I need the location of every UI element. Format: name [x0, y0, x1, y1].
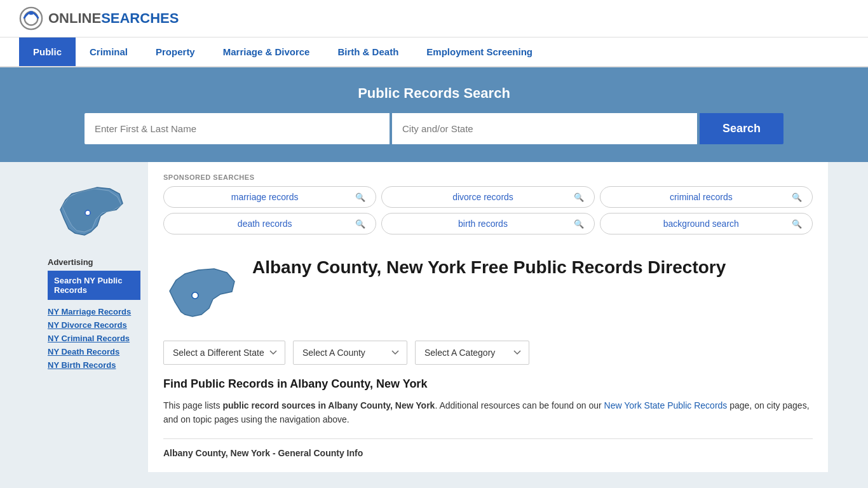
search-button[interactable]: Search	[700, 113, 783, 144]
sidebar-link-criminal[interactable]: NY Criminal Records	[48, 332, 140, 345]
search-icon-1: 🔍	[355, 193, 365, 202]
state-map-sidebar	[53, 175, 135, 245]
search-icon-6: 🔍	[792, 219, 802, 229]
logo-text: ONLINESEARCHES	[48, 10, 179, 27]
nav-employment[interactable]: Employment Screening	[412, 37, 546, 66]
tag-background-search[interactable]: background search 🔍	[600, 213, 813, 234]
sidebar-link-birth[interactable]: NY Birth Records	[48, 358, 140, 372]
nav-property[interactable]: Property	[142, 37, 209, 66]
section-info-title: Albany County, New York - General County…	[163, 448, 813, 458]
tag-criminal-records[interactable]: criminal records 🔍	[600, 186, 813, 208]
state-dropdown[interactable]: Select a Different State	[163, 341, 285, 365]
desc-part1: This page lists	[163, 400, 222, 410]
nav-marriage-divorce[interactable]: Marriage & Divorce	[209, 37, 324, 66]
main-nav: Public Criminal Property Marriage & Divo…	[0, 37, 868, 67]
find-records-title: Find Public Records in Albany County, Ne…	[163, 377, 813, 391]
svg-point-0	[20, 8, 42, 29]
search-banner-title: Public Records Search	[19, 85, 849, 102]
tag-criminal-records-label: criminal records	[611, 192, 792, 202]
county-dropdown[interactable]: Select A County	[293, 341, 407, 365]
search-banner: Public Records Search Search	[0, 67, 868, 162]
sidebar-link-marriage[interactable]: NY Marriage Records	[48, 305, 140, 318]
sidebar-link-death[interactable]: NY Death Records	[48, 345, 140, 358]
main-content: SPONSORED SEARCHES marriage records 🔍 di…	[148, 162, 828, 472]
logo[interactable]: ONLINESEARCHES	[19, 6, 179, 30]
sidebar-ad-title: Advertising	[48, 257, 140, 267]
name-input[interactable]	[85, 113, 390, 144]
tag-divorce-records[interactable]: divorce records 🔍	[381, 186, 594, 208]
sidebar-ad-highlight[interactable]: Search NY Public Records	[48, 271, 140, 300]
description-text: This page lists public record sources in…	[163, 398, 813, 427]
sponsored-label: SPONSORED SEARCHES	[163, 173, 813, 181]
search-icon-2: 🔍	[574, 193, 584, 202]
search-form: Search	[85, 113, 783, 144]
search-icon-3: 🔍	[792, 193, 802, 202]
nav-criminal[interactable]: Criminal	[76, 37, 142, 66]
svg-point-7	[192, 292, 198, 299]
desc-link[interactable]: New York State Public Records	[604, 400, 728, 410]
section-divider	[163, 438, 813, 439]
main-container: Advertising Search NY Public Records NY …	[40, 162, 828, 472]
tag-birth-records-label: birth records	[392, 219, 573, 229]
nav-public[interactable]: Public	[19, 37, 76, 66]
main-wrapper: Advertising Search NY Public Records NY …	[0, 162, 868, 472]
svg-marker-6	[170, 269, 234, 316]
page-title: Albany County, New York Free Public Reco…	[252, 256, 726, 279]
desc-part2: . Additional resources can be found on o…	[435, 400, 604, 410]
tag-background-search-label: background search	[611, 219, 792, 229]
search-icon-4: 🔍	[355, 219, 365, 229]
desc-bold: public record sources in Albany County, …	[222, 400, 435, 410]
tag-marriage-records-label: marriage records	[174, 192, 355, 202]
sidebar: Advertising Search NY Public Records NY …	[40, 162, 148, 472]
tag-death-records-label: death records	[174, 219, 355, 229]
tag-marriage-records[interactable]: marriage records 🔍	[163, 186, 376, 208]
search-icon-5: 🔍	[574, 219, 584, 229]
tag-divorce-records-label: divorce records	[392, 192, 573, 202]
nav-birth-death[interactable]: Birth & Death	[323, 37, 412, 66]
sponsored-grid: marriage records 🔍 divorce records 🔍 cri…	[163, 186, 813, 234]
tag-death-records[interactable]: death records 🔍	[163, 213, 376, 234]
tag-birth-records[interactable]: birth records 🔍	[381, 213, 594, 234]
category-dropdown[interactable]: Select A Category	[415, 341, 529, 365]
svg-rect-2	[29, 11, 33, 15]
location-input[interactable]	[392, 113, 697, 144]
sidebar-link-divorce[interactable]: NY Divorce Records	[48, 318, 140, 332]
page-title-section: Albany County, New York Free Public Reco…	[163, 250, 813, 328]
state-map-main	[163, 256, 240, 328]
dropdowns: Select a Different State Select A County…	[163, 341, 813, 365]
logo-icon	[19, 6, 43, 30]
header: ONLINESEARCHES	[0, 0, 868, 37]
svg-point-5	[85, 210, 90, 215]
